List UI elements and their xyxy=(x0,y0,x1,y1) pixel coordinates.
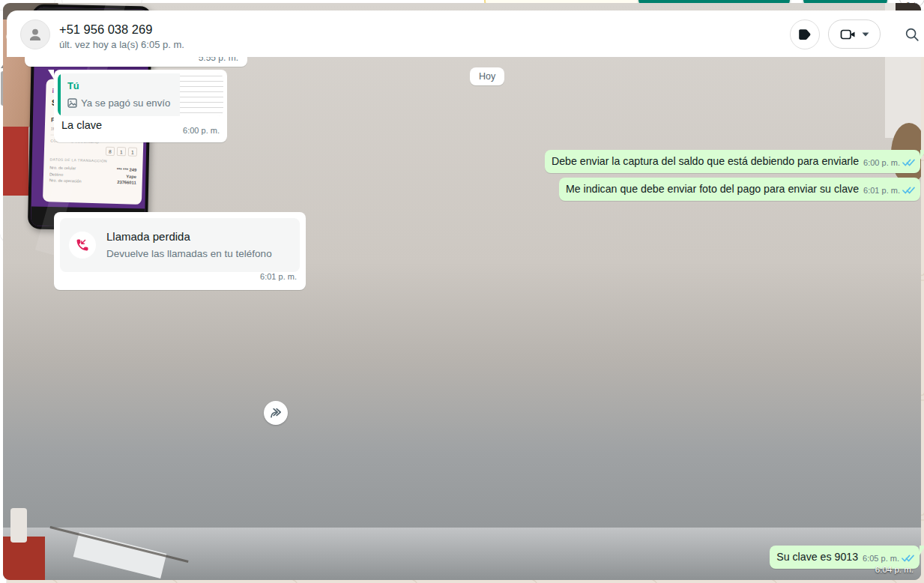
message-time: 6:05 p. m. xyxy=(863,552,899,566)
quote-author: Tú xyxy=(67,79,175,93)
quote-text: Ya se pagó su envío xyxy=(81,96,170,110)
contact-name[interactable]: +51 956 038 269 xyxy=(59,22,152,37)
person-icon xyxy=(26,25,44,43)
search-icon xyxy=(904,26,920,43)
message-time: 6:00 p. m. xyxy=(183,124,220,138)
message-text: La clave xyxy=(61,118,102,133)
forward-arrow-icon xyxy=(269,407,283,419)
video-camera-icon xyxy=(840,27,856,42)
image-icon xyxy=(67,98,77,108)
video-call-button[interactable] xyxy=(828,19,881,49)
date-divider: Hoy xyxy=(470,67,504,85)
message-text: Me indican que debe enviar foto del pago… xyxy=(566,182,859,196)
missed-call-subtitle: Devuelve las llamadas en tu teléfono xyxy=(106,247,272,261)
message-time: 6:04 p. m. xyxy=(875,565,914,574)
quoted-message[interactable]: Tú Ya se pagó su envío xyxy=(58,73,223,116)
photo-decor xyxy=(10,508,27,543)
chevron-down-icon xyxy=(862,32,869,37)
quote-thumbnail xyxy=(180,73,223,116)
missed-call-title: Llamada perdida xyxy=(106,229,272,244)
missed-call-box[interactable]: Llamada perdida Devuelve las llamadas en… xyxy=(60,218,300,272)
photo-decor xyxy=(3,127,28,196)
double-check-icon xyxy=(902,555,914,563)
message-time: 6:01 p. m. xyxy=(863,184,900,198)
receipt-row-value: *** *** 249 xyxy=(117,167,137,172)
chat-header[interactable]: +51 956 038 269 últ. vez hoy a la(s) 6:0… xyxy=(7,10,924,57)
message-text: Su clave es 9013 xyxy=(776,550,858,564)
outgoing-message-bubble: Debe enviar la captura del saldo que est… xyxy=(545,150,920,173)
double-check-icon xyxy=(902,159,915,167)
forward-button[interactable] xyxy=(264,401,288,425)
outgoing-message-bubble: Me indican que debe enviar foto del pago… xyxy=(559,178,920,201)
search-button[interactable] xyxy=(903,25,921,43)
message-text: Debe enviar la captura del saldo que est… xyxy=(552,154,859,169)
incoming-message-bubble: Tú Ya se pagó su envío La clave 6:00 p. … xyxy=(54,70,227,142)
receipt-row-value: 23766011 xyxy=(117,180,136,185)
label-button[interactable] xyxy=(790,19,820,49)
message-time: 6:01 p. m. xyxy=(260,270,297,284)
missed-call-bubble: Llamada perdida Devuelve las llamadas en… xyxy=(54,212,306,290)
missed-call-icon xyxy=(75,238,90,253)
message-time: 6:00 p. m. xyxy=(863,156,900,170)
code-digit: 8 xyxy=(106,147,115,156)
code-digit: 1 xyxy=(117,147,126,156)
contact-last-seen: últ. vez hoy a la(s) 6:05 p. m. xyxy=(59,39,184,50)
label-icon xyxy=(797,26,813,43)
double-check-icon xyxy=(902,187,915,195)
missed-call-icon-circle xyxy=(69,232,96,259)
code-digit: 1 xyxy=(128,147,137,156)
photo-decor xyxy=(3,537,45,580)
receipt-row-value: Yape xyxy=(126,174,136,178)
contact-avatar[interactable] xyxy=(20,19,50,49)
